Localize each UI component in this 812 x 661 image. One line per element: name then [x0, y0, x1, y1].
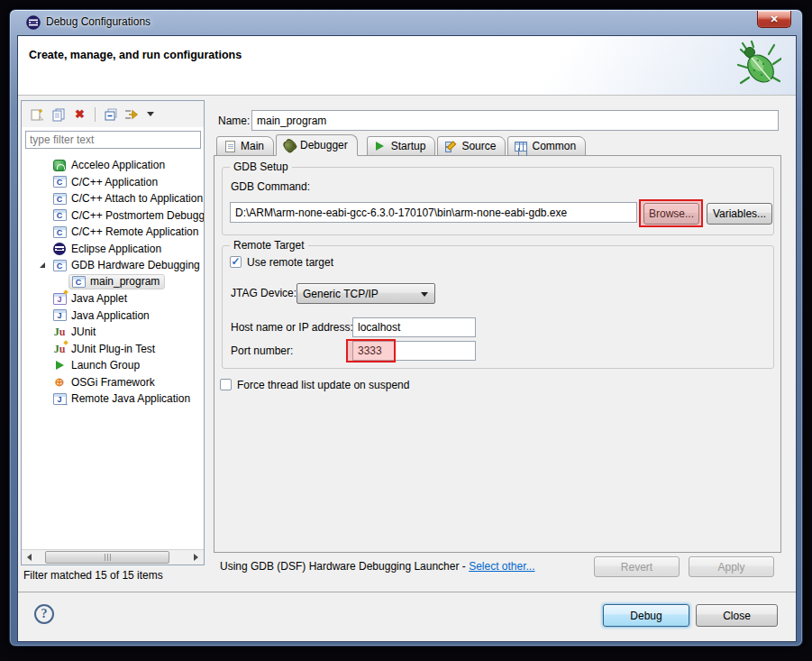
tree-item-junit[interactable]: Ju JUnit [22, 324, 204, 341]
remote-target-group: Remote Target ✓ Use remote target JTAG D… [222, 245, 774, 369]
tab-label: Startup [391, 140, 426, 152]
junit-plugin-icon: Ju [52, 343, 67, 355]
c-app-icon: C [52, 259, 67, 271]
apply-button[interactable]: Apply [689, 556, 774, 577]
tree-item-label: main_program [90, 275, 160, 288]
toolbar-separator [95, 107, 96, 122]
dialog-header: Create, manage, and run configurations [18, 36, 796, 96]
tree-selection: C main_program [68, 274, 165, 289]
filter-input[interactable] [25, 131, 201, 149]
filter-icon [124, 107, 140, 122]
new-config-button[interactable] [28, 106, 45, 123]
tree-toolbar: ✖ [22, 101, 204, 127]
tab-label: Main [241, 140, 264, 152]
select-other-link[interactable]: Select other... [469, 560, 534, 573]
duplicate-config-button[interactable] [50, 106, 67, 123]
c-app-icon: C [52, 209, 67, 222]
tab-startup[interactable]: Startup [367, 136, 436, 156]
tree-item-label: GDB Hardware Debugging [71, 259, 200, 271]
group-label: Remote Target [230, 239, 308, 252]
config-tree: Acceleo Application C C/C++ Application … [22, 153, 204, 549]
tree-item-cpp-application[interactable]: C C/C++ Application [22, 174, 204, 191]
revert-button[interactable]: Revert [594, 556, 680, 577]
jtag-device-select[interactable]: Generic TCP/IP [297, 283, 435, 304]
tree-item-cpp-attach[interactable]: C C/C++ Attach to Application [22, 190, 204, 207]
remote-java-icon: J→ [52, 392, 67, 405]
tree-item-java-applet[interactable]: J Java Applet [22, 290, 204, 308]
name-input[interactable] [251, 110, 779, 131]
chevron-down-icon [147, 112, 154, 116]
tree-item-label: JUnit Plug-in Test [71, 343, 155, 355]
tree-item-gdb-hardware-debugging[interactable]: C GDB Hardware Debugging [22, 257, 204, 274]
scrollbar-thumb[interactable] [45, 551, 169, 564]
scroll-left-arrow[interactable] [22, 550, 37, 565]
scroll-right-arrow[interactable] [188, 550, 204, 565]
tree-item-label: Eclipse Application [71, 243, 161, 255]
use-remote-target-label: Use remote target [247, 256, 333, 269]
java-app-icon: J [52, 309, 67, 322]
tree-item-main-program[interactable]: C main_program [22, 274, 204, 291]
junit-icon: Ju [52, 326, 67, 338]
c-app-icon: C [52, 192, 67, 205]
gdb-command-label: GDB Command: [231, 180, 310, 193]
filter-button[interactable] [123, 106, 141, 123]
tree-item-junit-plugin-test[interactable]: Ju JUnit Plug-in Test [22, 341, 204, 358]
gdb-setup-group: GDB Setup GDB Command: Browse... Variabl… [222, 167, 774, 235]
config-tree-panel: ✖ [21, 100, 205, 565]
tree-item-acceleo-application[interactable]: Acceleo Application [22, 157, 204, 174]
new-config-icon [30, 107, 44, 122]
browse-button[interactable]: Browse... [643, 203, 699, 225]
collapse-all-icon [104, 107, 118, 122]
window-close-button[interactable]: ✕ [757, 11, 791, 28]
startup-play-icon [374, 140, 387, 152]
tab-common[interactable]: Common [507, 136, 586, 156]
filter-status-text: Filter matched 15 of 15 items [23, 569, 163, 582]
tree-item-launch-group[interactable]: Launch Group [22, 357, 204, 374]
check-icon: ✓ [231, 257, 240, 266]
tree-item-label: JUnit [71, 326, 96, 338]
debug-button[interactable]: Debug [603, 604, 689, 627]
c-app-icon: C [52, 225, 67, 238]
close-button[interactable]: Close [696, 604, 778, 627]
use-remote-target-checkbox[interactable]: ✓ [230, 256, 242, 268]
tree-item-label: Launch Group [71, 359, 140, 372]
tab-main[interactable]: Main [216, 136, 274, 156]
tree-item-osgi-framework[interactable]: ⊕ OSGi Framework [22, 374, 204, 391]
tab-debugger[interactable]: Debugger [276, 134, 358, 156]
tree-horizontal-scrollbar[interactable] [22, 549, 204, 565]
tree-item-cpp-remote[interactable]: C C/C++ Remote Application [22, 224, 204, 241]
launcher-text: Using GDB (DSF) Hardware Debugging Launc… [220, 560, 469, 573]
host-input[interactable] [352, 317, 476, 337]
toolbar-menu-dropdown[interactable] [145, 106, 156, 123]
tree-item-java-application[interactable]: J Java Application [22, 308, 204, 325]
tree-item-eclipse-application[interactable]: Eclipse Application [22, 241, 204, 258]
debugger-tab-content: GDB Setup GDB Command: Browse... Variabl… [214, 155, 781, 553]
collapse-all-button[interactable] [102, 106, 119, 123]
gdb-command-input[interactable] [230, 202, 637, 223]
launch-group-icon [52, 359, 67, 372]
tree-item-label: C/C++ Remote Application [71, 225, 198, 238]
source-tab-icon [444, 140, 457, 152]
jtag-device-value: Generic TCP/IP [303, 288, 379, 300]
tree-item-cpp-postmortem[interactable]: C C/C++ Postmortem Debugger [22, 207, 204, 225]
tree-expanded-caret-icon[interactable] [40, 262, 45, 268]
chevron-down-icon [421, 292, 428, 297]
help-icon: ? [41, 607, 48, 621]
host-label: Host name or IP address: [231, 321, 353, 334]
window-titlebar[interactable]: Debug Configurations ✕ [10, 10, 802, 35]
variables-button[interactable]: Variables... [707, 203, 772, 225]
force-thread-label: Force thread list update on suspend [237, 379, 409, 391]
tab-label: Debugger [300, 139, 348, 151]
bug-icon [736, 41, 781, 91]
delete-config-button[interactable]: ✖ [71, 106, 88, 123]
tab-source[interactable]: Source [437, 136, 506, 156]
dialog-content: Create, manage, and run configurations [17, 35, 797, 642]
tab-bar: Main Debugger Startup Source Common [216, 134, 588, 156]
main-tab-icon [224, 140, 236, 152]
tree-item-remote-java-application[interactable]: J→ Remote Java Application [22, 390, 204, 408]
force-thread-checkbox[interactable] [220, 379, 232, 390]
debug-configurations-window: Debug Configurations ✕ Create, manage, a… [9, 9, 803, 647]
port-input[interactable] [352, 341, 476, 361]
help-button[interactable]: ? [34, 604, 54, 624]
acceleo-icon [52, 159, 67, 171]
